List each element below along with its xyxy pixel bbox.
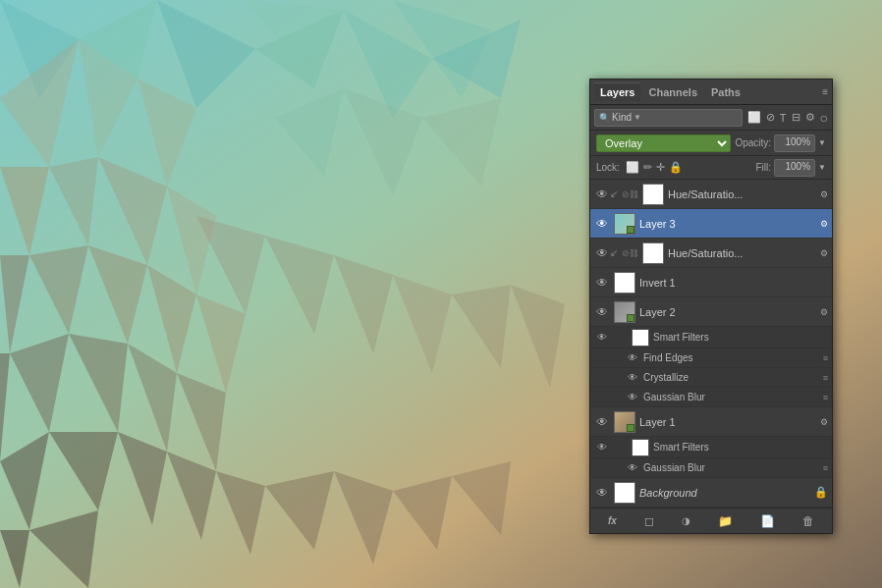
filter-name-crystallize: Crystallize [643,372,823,383]
pixel-filter-icon[interactable]: ⬜ [746,111,762,124]
visibility-eye-invert-1[interactable]: 👁 [594,276,610,290]
smart-filters-label-layer-2: Smart Filters [653,332,828,343]
layer-fx-icon-hue-sat-1: ⚙ [820,189,828,199]
layer-item-layer-2[interactable]: 👁 Layer 2 ⚙ [590,297,832,327]
thumb-layer-1 [614,411,635,433]
delete-layer-button[interactable]: 🗑 [800,514,816,528]
filter-toggle[interactable]: ○ [820,110,828,126]
fill-value[interactable]: 100% [774,159,815,177]
filter-options-find-edges[interactable]: ≡ [823,353,828,363]
type-filter-icon[interactable]: T [779,112,788,124]
layer-smart-icon-layer-2: ⚙ [820,307,828,317]
smart-filters-thumb-layer-2 [632,329,649,347]
filter-options-gaussian-blur-layer-1[interactable]: ≡ [823,463,828,473]
tab-paths[interactable]: Paths [705,83,746,101]
lock-label: Lock: [596,162,620,173]
filter-gaussian-blur-layer-2[interactable]: 👁 Gaussian Blur ≡ [590,388,832,407]
filter-options-crystallize[interactable]: ≡ [823,373,828,383]
layers-panel: Layers Channels Paths ≡ 🔍 Kind ▼ ⬜ ⊘ T ⊟… [589,79,833,534]
layer-name-layer-3: Layer 3 [639,218,820,230]
opacity-value[interactable]: 100% [774,134,815,152]
panel-footer: fx ◻ ◑ 📁 📄 🗑 [590,508,832,533]
add-layer-button[interactable]: 📄 [758,514,777,528]
fill-arrow: ▼ [818,163,826,172]
search-icon: 🔍 [599,113,610,123]
filter-crystallize[interactable]: 👁 Crystallize ≡ [590,368,832,388]
kind-label: Kind [612,112,632,123]
kind-arrow: ▼ [634,113,641,122]
opacity-arrow: ▼ [818,138,826,147]
background-lock-icon: 🔒 [814,486,828,499]
filter-toolbar: 🔍 Kind ▼ ⬜ ⊘ T ⊟ ⚙ ○ [590,105,832,131]
smart-filters-label-layer-1: Smart Filters [653,442,828,453]
layer-name-invert-1: Invert 1 [639,277,828,289]
filter-name-gaussian-blur-layer-1: Gaussian Blur [643,462,823,473]
layer-name-layer-1: Layer 1 [639,416,820,428]
visibility-eye-layer-1[interactable]: 👁 [594,415,610,429]
layer-item-layer-3[interactable]: 👁 Layer 3 ⚙ [590,209,832,239]
add-group-button[interactable]: 📁 [716,514,735,528]
filter-options-gaussian-blur-layer-2[interactable]: ≡ [823,393,828,402]
layer-name-layer-2: Layer 2 [639,306,820,318]
lock-pixel-icon[interactable]: ⬜ [626,161,639,174]
visibility-eye-background[interactable]: 👁 [594,486,610,500]
lock-paint-icon[interactable]: ✏ [643,161,652,174]
lock-move-icon[interactable]: ✛ [656,161,665,174]
layer-smart-icon-layer-3: ⚙ [820,219,828,229]
tab-layers[interactable]: Layers [594,82,640,101]
lock-all-icon[interactable]: 🔒 [669,161,683,174]
visibility-eye-hue-sat-1[interactable]: 👁 [594,187,610,201]
panel-menu-icon[interactable]: ≡ [822,86,828,97]
add-adjustment-button[interactable]: ◑ [680,515,692,526]
blend-opacity-row: Overlay Opacity: 100% ▼ [590,131,832,156]
visibility-eye-hue-sat-2[interactable]: 👁 [594,246,610,260]
opacity-label: Opacity: [735,137,771,148]
filter-find-edges[interactable]: 👁 Find Edges ≡ [590,348,832,368]
layer-item-background[interactable]: 👁 Background 🔒 [590,478,832,508]
blend-mode-select[interactable]: Overlay [596,134,731,152]
layer-fx-icon-hue-sat-2: ⚙ [820,248,828,258]
thumb-layer-3 [614,213,635,235]
chain-icon-hue-sat-2: ⊘ [622,248,630,258]
visibility-crystallize[interactable]: 👁 [626,372,639,383]
visibility-gaussian-blur-layer-1[interactable]: 👁 [626,462,639,473]
visibility-find-edges[interactable]: 👁 [626,352,639,363]
layers-list: 👁 ↙ ⊘ ⛓ Hue/Saturatio... ⚙ 👁 Layer 3 ⚙ 👁… [590,180,832,508]
filter-gaussian-blur-layer-1[interactable]: 👁 Gaussian Blur ≡ [590,458,832,478]
kind-search-box[interactable]: 🔍 Kind ▼ [594,109,743,127]
chain-icon-hue-sat-1: ⊘ [622,189,630,199]
chain2-icon-hue-sat-2: ⛓ [630,248,638,258]
layer-item-hue-sat-2[interactable]: 👁 ↙ ⊘ ⛓ Hue/Saturatio... ⚙ [590,239,832,268]
shape-filter-icon[interactable]: ⊟ [791,111,801,124]
chain2-icon-hue-sat-1: ⛓ [630,189,638,199]
layer-item-invert-1[interactable]: 👁 Invert 1 [590,268,832,297]
smart-filters-thumb-layer-1 [632,439,649,456]
tab-channels[interactable]: Channels [642,83,703,101]
filter-name-gaussian-blur-layer-2: Gaussian Blur [643,392,823,402]
thumb-hue-sat-2 [642,242,664,264]
smart-filters-layer-2[interactable]: 👁 Smart Filters [590,327,832,348]
lock-icons-group: ⬜ ✏ ✛ 🔒 [626,161,683,174]
link-icon-hue-sat-1: ↙ [610,188,622,199]
layer-smart-icon-layer-1: ⚙ [820,417,828,427]
filter-icons: ⬜ ⊘ T ⊟ ⚙ [746,111,816,124]
visibility-gaussian-blur-layer-2[interactable]: 👁 [626,392,639,402]
fx-button[interactable]: fx [606,515,619,526]
visibility-smart-filters-layer-2[interactable]: 👁 [594,332,610,343]
smart-filter-icon[interactable]: ⚙ [804,111,816,124]
smart-filters-layer-1[interactable]: 👁 Smart Filters [590,437,832,458]
lock-fill-row: Lock: ⬜ ✏ ✛ 🔒 Fill: 100% ▼ [590,156,832,180]
visibility-eye-layer-2[interactable]: 👁 [594,305,610,319]
adjustment-filter-icon[interactable]: ⊘ [765,111,776,124]
layer-item-hue-sat-1[interactable]: 👁 ↙ ⊘ ⛓ Hue/Saturatio... ⚙ [590,180,832,209]
visibility-eye-layer-3[interactable]: 👁 [594,217,610,231]
panel-tabs-bar: Layers Channels Paths ≡ [590,80,832,105]
layer-item-layer-1[interactable]: 👁 Layer 1 ⚙ [590,407,832,437]
visibility-smart-filters-layer-1[interactable]: 👁 [594,442,610,453]
link-icon-hue-sat-2: ↙ [610,247,622,258]
layer-name-background: Background [639,487,814,499]
add-mask-button[interactable]: ◻ [642,514,656,528]
thumb-background [614,482,635,504]
filter-name-find-edges: Find Edges [643,352,823,363]
layer-name-hue-sat-2: Hue/Saturatio... [668,247,820,259]
